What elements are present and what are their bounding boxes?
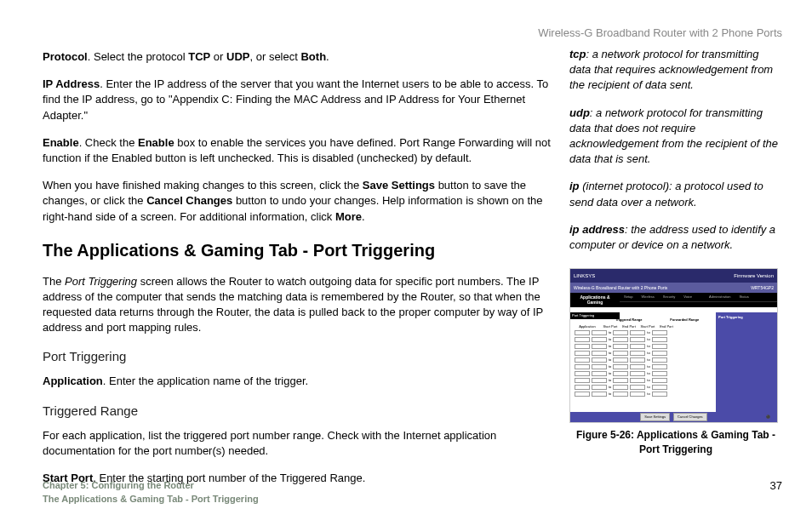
section-heading: The Applications & Gaming Tab - Port Tri… [43,238,558,262]
port-input[interactable] [652,378,667,383]
port-input[interactable] [652,337,667,342]
port-input[interactable] [630,392,645,397]
figure-caption: Figure 5-26: Applications & Gaming Tab -… [569,428,782,457]
term-application: Application [43,374,103,387]
port-input[interactable] [592,357,607,363]
table-row: toto [574,357,712,363]
port-input[interactable] [630,385,645,390]
def-tcp: tcp: a network protocol for transmitting… [569,47,782,94]
paragraph-protocol: Protocol. Select the protocol TCP or UDP… [43,49,558,65]
product-header: Wireless-G Broadband Router with 2 Phone… [538,26,782,41]
port-input[interactable] [592,392,607,397]
main-column: Protocol. Select the protocol TCP or UDP… [43,26,558,498]
colh-ep1: End Port [620,324,638,329]
tab-setup[interactable]: Setup [620,293,637,301]
cisco-logo-icon: ⚫ [763,414,774,420]
port-input[interactable] [613,330,628,335]
table-row: toto [574,351,712,356]
port-input[interactable] [630,371,645,376]
colh-app: Application [574,324,601,329]
port-input[interactable] [592,364,607,369]
port-input[interactable] [613,364,628,369]
table-row: toto [574,392,712,397]
port-input[interactable] [592,371,607,376]
port-input[interactable] [630,344,645,349]
port-input[interactable] [652,351,667,356]
app-input[interactable] [575,378,590,383]
def-ip-address: ip address: the address used to identify… [569,222,782,253]
port-input[interactable] [652,330,667,335]
help-sidebar: Port Triggering [716,312,777,412]
app-input[interactable] [575,351,590,356]
port-input[interactable] [652,357,667,363]
intro-paragraph: The Port Triggering screen allows the Ro… [43,274,558,336]
port-input[interactable] [652,385,667,390]
tab-status[interactable]: Status [735,293,752,301]
brand-logo: LINKSYS [574,272,595,279]
port-input[interactable] [592,330,607,335]
port-input[interactable] [592,378,607,383]
def-ip: ip (internet protocol): a protocol used … [569,179,782,209]
app-input[interactable] [575,385,590,390]
port-input[interactable] [652,344,667,349]
port-input[interactable] [630,364,645,369]
port-input[interactable] [652,364,667,369]
port-input[interactable] [652,392,667,397]
paragraph-save-cancel: When you have finished making changes to… [43,178,558,225]
chapter-line: Chapter 5: Configuring the Router [43,479,259,492]
col-forwarded: Forwarded Range [657,317,713,323]
term-protocol: Protocol [43,50,88,63]
app-input[interactable] [575,364,590,369]
cancel-button[interactable]: Cancel Changes [673,413,707,421]
router-ui-screenshot: LINKSYS Firmware Version Wireless-G Broa… [569,268,778,423]
tab-security[interactable]: Security [659,293,679,301]
colh-ep2: End Port [657,324,676,329]
table-row: toto [574,330,712,335]
port-input[interactable] [592,351,607,356]
app-input[interactable] [575,330,590,335]
port-input[interactable] [630,337,645,342]
app-input[interactable] [575,344,590,349]
paragraph-ip-address: IP Address. Enter the IP address of the … [43,77,558,123]
port-input[interactable] [613,371,628,376]
tab-admin[interactable]: Administration [705,293,735,301]
port-input[interactable] [630,378,645,383]
port-input[interactable] [630,357,645,363]
tab-spacer [696,293,705,301]
tab-applications-gaming[interactable]: Applications & Gaming [570,293,620,307]
port-input[interactable] [613,344,628,349]
port-input[interactable] [592,337,607,342]
save-button[interactable]: Save Settings [640,413,670,421]
subtab-port-triggering[interactable]: Port Triggering [570,312,620,319]
app-input[interactable] [575,357,590,363]
app-input[interactable] [575,392,590,397]
port-input[interactable] [652,371,667,376]
port-input[interactable] [630,330,645,335]
paragraph-enable: Enable. Check the Enable box to enable t… [43,135,558,166]
term-enable: Enable [43,136,79,149]
table-row: toto [574,344,712,349]
port-input[interactable] [613,378,628,383]
port-input[interactable] [630,351,645,356]
tab-wireless[interactable]: Wireless [637,293,658,301]
port-input[interactable] [613,337,628,342]
tab-voice[interactable]: Voice [679,293,696,301]
colh-sp2: Start Port [638,324,657,329]
fw-label: Firmware Version [734,272,774,279]
page-number: 37 [770,478,782,494]
device-title: Wireless-G Broadband Router with 2 Phone… [574,285,667,291]
colh-sp1: Start Port [601,324,620,329]
port-input[interactable] [592,344,607,349]
model-label: WRT54GP2 [751,285,774,291]
figure-5-26: LINKSYS Firmware Version Wireless-G Broa… [569,268,782,457]
app-input[interactable] [575,337,590,342]
port-input[interactable] [613,351,628,356]
port-input[interactable] [613,385,628,390]
port-input[interactable] [613,392,628,397]
table-row: toto [574,337,712,342]
app-input[interactable] [575,371,590,376]
def-udp: udp: a network protocol for transmitting… [569,106,782,168]
table-row: toto [574,385,712,390]
port-input[interactable] [613,357,628,363]
port-input[interactable] [592,385,607,390]
